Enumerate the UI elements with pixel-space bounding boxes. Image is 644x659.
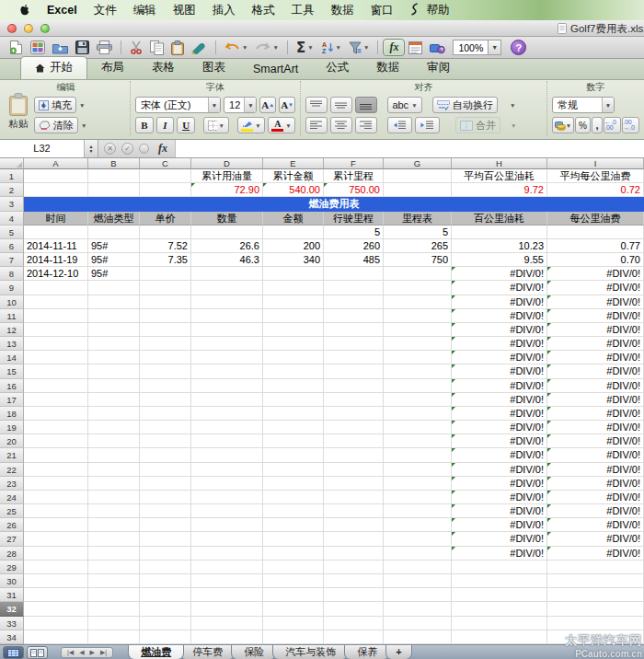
cell-G20[interactable] — [384, 434, 452, 448]
menu-app-name[interactable]: Excel — [39, 4, 86, 17]
cell-A5[interactable] — [24, 225, 88, 239]
cell-A13[interactable] — [24, 337, 88, 351]
cell-I5[interactable] — [547, 225, 644, 239]
increase-indent-button[interactable] — [415, 117, 440, 133]
clear-button[interactable]: 清除 — [34, 117, 78, 133]
menu-item-帮助[interactable]: 帮助 — [419, 3, 458, 18]
cell-E7[interactable]: 340 — [263, 253, 324, 267]
menu-item-工具[interactable]: 工具 — [283, 3, 323, 18]
cell-I7[interactable]: 0.70 — [547, 253, 644, 267]
cell-I34[interactable] — [547, 630, 644, 644]
cell-A23[interactable] — [24, 477, 88, 491]
cell-G12[interactable] — [384, 323, 452, 337]
cell-B29[interactable] — [88, 561, 140, 574]
col-header-B[interactable]: B — [88, 158, 140, 169]
cell-H23[interactable]: #DIV/0! — [452, 477, 547, 491]
row-header-13[interactable]: 13 — [0, 337, 24, 351]
col-header-I[interactable]: I — [547, 158, 644, 169]
cell-E4[interactable]: 金额 — [263, 212, 324, 225]
cell-D33[interactable] — [191, 617, 263, 630]
cell-I2[interactable]: 0.72 — [547, 183, 644, 197]
wrap-dropdown-icon[interactable]: ▼ — [510, 102, 515, 109]
media-browser-button[interactable] — [426, 38, 449, 57]
cell-H32[interactable] — [452, 602, 547, 616]
cell-B32[interactable] — [88, 602, 140, 616]
cell-B31[interactable] — [88, 588, 140, 602]
sheet-tab-保养[interactable]: 保养 — [344, 645, 390, 659]
cell-D14[interactable] — [191, 351, 263, 364]
cell-B17[interactable] — [88, 393, 140, 407]
zoom-window-button[interactable] — [40, 24, 50, 33]
cell-I20[interactable]: #DIV/0! — [547, 434, 644, 448]
cell-F15[interactable] — [324, 364, 384, 378]
cell-D24[interactable] — [191, 491, 263, 504]
cell-E20[interactable] — [263, 434, 324, 448]
cell-F16[interactable] — [324, 379, 384, 393]
row-header-7[interactable]: 7 — [0, 253, 24, 267]
cell-D25[interactable] — [191, 504, 263, 518]
cell-F14[interactable] — [324, 351, 384, 364]
cell-H6[interactable]: 10.23 — [452, 239, 547, 253]
cell-D18[interactable] — [191, 407, 263, 421]
redo-button[interactable]: ▼ — [251, 38, 282, 57]
row-header-18[interactable]: 18 — [0, 407, 24, 421]
cell-H12[interactable]: #DIV/0! — [452, 323, 547, 337]
cell-A26[interactable] — [24, 518, 88, 532]
cell-F27[interactable] — [324, 532, 384, 546]
cell-E27[interactable] — [263, 532, 324, 546]
fill-dropdown-icon[interactable]: ▼ — [79, 102, 85, 109]
cell-I25[interactable]: #DIV/0! — [547, 504, 644, 518]
cell-F29[interactable] — [324, 561, 384, 574]
cell-H34[interactable] — [452, 630, 547, 644]
row-header-9[interactable]: 9 — [0, 281, 24, 295]
clear-dropdown-icon[interactable]: ▼ — [81, 122, 86, 129]
last-sheet-button[interactable]: ▶| — [100, 649, 107, 656]
row-header-34[interactable]: 34 — [0, 630, 24, 644]
cell-D20[interactable] — [191, 434, 263, 448]
cell-D32[interactable] — [191, 602, 263, 616]
cell-H33[interactable] — [452, 617, 547, 630]
cell-I33[interactable] — [547, 617, 644, 630]
cell-D19[interactable] — [191, 421, 263, 434]
close-button[interactable] — [7, 24, 17, 33]
cell-I14[interactable]: #DIV/0! — [547, 351, 644, 364]
col-header-G[interactable]: G — [384, 158, 452, 169]
cell-H9[interactable]: #DIV/0! — [452, 281, 547, 295]
cell-G19[interactable] — [384, 421, 452, 434]
row-header-21[interactable]: 21 — [0, 448, 24, 462]
first-sheet-button[interactable]: |◀ — [67, 649, 74, 656]
cell-E11[interactable] — [263, 309, 324, 323]
cell-G31[interactable] — [384, 588, 452, 602]
wrap-text-button[interactable]: 自动换行 — [432, 97, 498, 113]
confirm-entry-button[interactable]: ✓ — [121, 143, 133, 155]
cell-E14[interactable] — [263, 351, 324, 364]
cell-E33[interactable] — [263, 617, 324, 630]
cell-G5[interactable]: 5 — [384, 225, 452, 239]
cell-I8[interactable]: #DIV/0! — [547, 267, 644, 281]
font-color-dropdown-icon[interactable]: ▼ — [285, 122, 291, 129]
cell-G8[interactable] — [384, 267, 452, 281]
percent-button[interactable]: % — [575, 117, 591, 133]
cell-B11[interactable] — [88, 309, 140, 323]
cell-F32[interactable] — [324, 602, 384, 616]
cell-C31[interactable] — [140, 588, 191, 602]
borders-dropdown-icon[interactable]: ▼ — [219, 122, 224, 129]
row-header-6[interactable]: 6 — [0, 239, 24, 253]
cell-F13[interactable] — [324, 337, 384, 351]
row-header-5[interactable]: 5 — [0, 225, 24, 239]
cell-D1[interactable]: 累计用油量 — [191, 169, 263, 183]
cell-B8[interactable]: 95# — [88, 267, 140, 281]
cell-E26[interactable] — [263, 518, 324, 532]
cell-H24[interactable]: #DIV/0! — [452, 491, 547, 504]
currency-button[interactable]: ▼ — [552, 117, 574, 133]
insert-function-button[interactable] — [139, 144, 149, 154]
cell-G32[interactable] — [384, 602, 452, 616]
cell-G23[interactable] — [384, 477, 452, 491]
cell-E9[interactable] — [263, 281, 324, 295]
zoom-value[interactable]: 100% — [453, 40, 489, 55]
cell-B15[interactable] — [88, 364, 140, 378]
cell-H20[interactable]: #DIV/0! — [452, 434, 547, 448]
cell-A12[interactable] — [24, 323, 88, 337]
cell-I12[interactable]: #DIV/0! — [547, 323, 644, 337]
banner-cell[interactable]: 燃油费用表 — [24, 197, 644, 211]
